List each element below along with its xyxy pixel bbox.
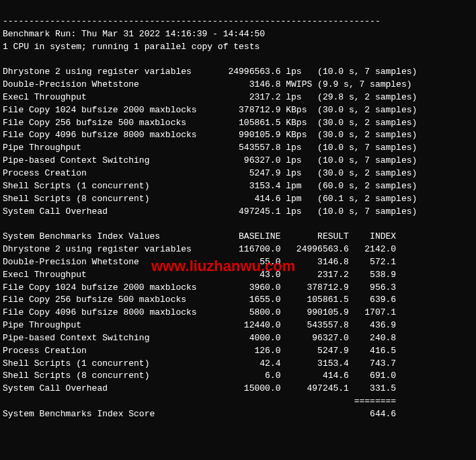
result-row: Dhrystone 2 using register variables 249… [3,67,417,77]
score-separator: ======== [3,396,396,406]
index-row: Pipe-based Context Switching 4000.0 9632… [3,333,396,343]
index-row: Execl Throughput 43.0 2317.2 538.9 [3,270,396,280]
run-line: Benchmark Run: Thu Mar 31 2022 14:16:39 … [3,29,265,39]
index-header: System Benchmarks Index Values BASELINE … [3,231,396,241]
result-row: Double-Precision Whetstone 3146.8 MWIPS … [3,79,412,89]
index-row: Dhrystone 2 using register variables 116… [3,244,396,254]
result-row: File Copy 4096 bufsize 8000 maxblocks 99… [3,130,417,140]
result-row: Pipe Throughput 543557.8 lps (10.0 s, 7 … [3,143,417,153]
result-row: Execl Throughput 2317.2 lps (29.8 s, 2 s… [3,92,417,102]
result-row: System Call Overhead 497245.1 lps (10.0 … [3,206,417,217]
index-row: Process Creation 126.0 5247.9 416.5 [3,346,396,356]
cpu-line: 1 CPU in system; running 1 parallel copy… [3,42,260,52]
index-row: File Copy 1024 bufsize 2000 maxblocks 39… [3,282,396,293]
result-row: Shell Scripts (8 concurrent) 414.6 lpm (… [3,194,417,204]
result-row: File Copy 1024 bufsize 2000 maxblocks 37… [3,105,417,115]
index-row: Shell Scripts (8 concurrent) 6.0 414.6 6… [3,371,396,381]
index-row: File Copy 256 bufsize 500 maxblocks 1655… [3,295,396,305]
index-row: File Copy 4096 bufsize 8000 maxblocks 58… [3,307,396,317]
index-row: Pipe Throughput 12440.0 543557.8 436.9 [3,320,396,330]
index-row: Shell Scripts (1 concurrent) 42.4 3153.4… [3,358,396,369]
index-row: Double-Precision Whetstone 55.0 3146.8 5… [3,257,396,267]
result-row: Shell Scripts (1 concurrent) 3153.4 lpm … [3,181,417,191]
result-row: File Copy 256 bufsize 500 maxblocks 1058… [3,118,417,128]
result-row: Process Creation 5247.9 lps (30.0 s, 2 s… [3,168,417,178]
index-score: System Benchmarks Index Score 644.6 [3,409,396,419]
index-row: System Call Overhead 15000.0 497245.1 33… [3,383,396,393]
terminal-output: ----------------------------------------… [0,0,476,460]
dashes: ----------------------------------------… [3,16,381,26]
result-row: Pipe-based Context Switching 96327.0 lps… [3,155,417,165]
